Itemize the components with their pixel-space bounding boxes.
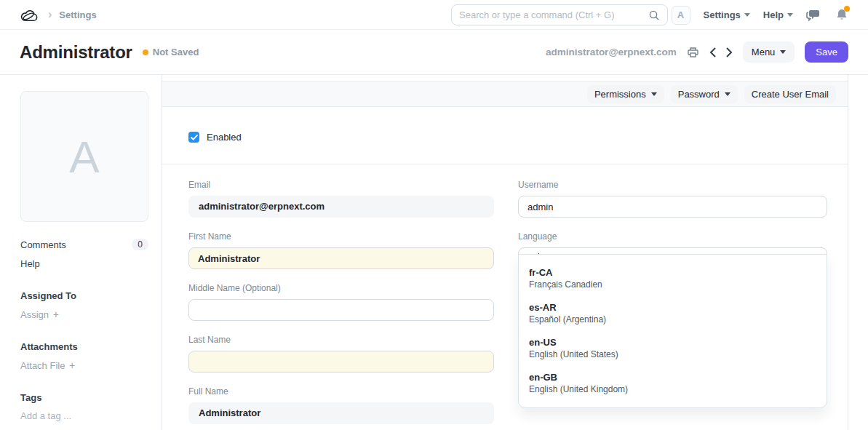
search-icon — [648, 9, 660, 21]
language-option-code: en-US — [529, 337, 816, 348]
language-option[interactable]: es-AR Español (Argentina) — [519, 295, 827, 330]
middle-name-input[interactable] — [188, 299, 494, 321]
document-email: administrator@erpnext.com — [546, 47, 677, 57]
chevron-down-icon — [725, 92, 730, 96]
attach-file-label: Attach File — [20, 360, 65, 371]
chevron-down-icon — [780, 50, 786, 54]
document-avatar[interactable]: A — [20, 91, 148, 222]
add-tag-input[interactable]: Add a tag ... — [20, 410, 148, 421]
middle-name-field: Middle Name (Optional) — [188, 283, 494, 321]
tags-section: Tags Add a tag ... — [20, 392, 148, 421]
print-icon[interactable] — [687, 47, 699, 58]
assigned-to-section: Assigned To Assign + — [20, 290, 148, 320]
full-name-label: Full Name — [188, 386, 494, 397]
enabled-checkbox[interactable] — [188, 132, 199, 143]
first-name-field: First Name — [188, 231, 494, 269]
breadcrumb-chevron-icon: › — [48, 8, 52, 21]
plus-icon: + — [69, 359, 75, 371]
language-label: Language — [518, 231, 827, 242]
search-input[interactable] — [459, 9, 648, 20]
email-label: Email — [188, 180, 494, 190]
create-user-email-button[interactable]: Create User Email — [744, 85, 836, 103]
language-option-name: Français Canadien — [529, 279, 816, 290]
save-button[interactable]: Save — [805, 41, 848, 63]
comments-label: Comments — [20, 239, 66, 250]
chevron-down-icon — [651, 92, 657, 96]
language-option-code: es-AR — [529, 302, 816, 313]
full-name-field: Full Name Administrator — [188, 386, 494, 424]
first-name-label: First Name — [188, 231, 494, 242]
attach-file-button[interactable]: Attach File + — [20, 359, 148, 371]
username-field: Username — [518, 180, 827, 218]
attachments-heading: Attachments — [20, 341, 148, 352]
full-name-value: Administrator — [188, 402, 494, 424]
app-logo-cloud-icon[interactable] — [20, 7, 38, 23]
last-name-field: Last Name — [188, 335, 494, 373]
chevron-down-icon — [744, 13, 750, 17]
form-column-right: Username Language en → fr-CA Français Ca… — [518, 180, 827, 283]
next-document-icon[interactable] — [726, 47, 733, 57]
menu-button[interactable]: Menu — [743, 41, 795, 63]
email-value: administrator@erpnext.com — [188, 196, 494, 218]
tags-heading: Tags — [20, 392, 148, 403]
first-name-input[interactable] — [188, 247, 494, 269]
form-toolbar: Permissions Password Create User Email — [162, 81, 848, 107]
password-label: Password — [678, 89, 720, 100]
save-status-indicator: Not Saved — [143, 47, 199, 57]
notification-dot — [844, 6, 850, 12]
comments-count-badge: 0 — [132, 239, 148, 250]
form-sidebar: A Comments 0 Help Assigned To Assign + A… — [0, 75, 162, 430]
last-name-input[interactable] — [188, 351, 494, 373]
middle-name-label: Middle Name (Optional) — [188, 283, 494, 293]
attachments-section: Attachments Attach File + — [20, 341, 148, 371]
help-label: Help — [20, 258, 40, 269]
plus-icon: + — [53, 308, 59, 320]
settings-menu-label: Settings — [704, 9, 741, 20]
language-option-name: Español (Argentina) — [529, 314, 816, 325]
username-input[interactable] — [518, 196, 827, 218]
permissions-button[interactable]: Permissions — [587, 85, 664, 103]
language-option[interactable]: en-GB English (United Kingdom) — [519, 365, 827, 400]
form-main-area: Permissions Password Create User Email E… — [162, 75, 848, 430]
sidebar-item-comments[interactable]: Comments 0 — [20, 239, 148, 250]
chevron-down-icon — [787, 13, 793, 17]
status-dot-icon — [143, 49, 148, 55]
language-option-code: fr-CA — [529, 267, 816, 278]
breadcrumb[interactable]: Settings — [59, 9, 96, 20]
global-search[interactable] — [451, 4, 668, 25]
username-label: Username — [518, 180, 827, 190]
navbar: › Settings A Settings Help — [0, 0, 868, 30]
assign-label: Assign — [20, 309, 49, 320]
assign-button[interactable]: Assign + — [20, 308, 148, 320]
sidebar-item-help[interactable]: Help — [20, 258, 148, 269]
language-option-code: en-GB — [529, 372, 816, 383]
language-option-name: English (United States) — [529, 349, 816, 359]
help-menu[interactable]: Help — [763, 9, 793, 20]
last-name-label: Last Name — [188, 335, 494, 345]
help-menu-label: Help — [763, 9, 784, 20]
notifications-bell-icon[interactable] — [835, 8, 848, 22]
enabled-label: Enabled — [207, 132, 242, 143]
password-button[interactable]: Password — [671, 85, 738, 103]
language-dropdown: fr-CA Français Canadien es-AR Español (A… — [518, 254, 827, 408]
form-fields-grid: Email administrator@erpnext.com First Na… — [162, 164, 848, 430]
language-option-name: English (United Kingdom) — [529, 384, 816, 394]
menu-button-label: Menu — [752, 47, 776, 57]
settings-menu[interactable]: Settings — [704, 9, 750, 20]
page-title: Administrator — [20, 42, 132, 63]
page-header: Administrator Not Saved administrator@er… — [0, 30, 868, 75]
chat-button[interactable] — [806, 9, 822, 22]
previous-document-icon[interactable] — [709, 47, 716, 57]
language-option[interactable]: en-US English (United States) — [519, 330, 827, 365]
enabled-section: Enabled — [162, 107, 848, 164]
permissions-label: Permissions — [594, 89, 646, 100]
user-avatar[interactable]: A — [672, 6, 690, 25]
language-field: Language en → fr-CA Français Canadien es… — [518, 231, 827, 269]
status-text: Not Saved — [153, 47, 199, 57]
form-column-left: Email administrator@erpnext.com First Na… — [188, 180, 494, 430]
language-option[interactable]: fr-CA Français Canadien — [519, 260, 827, 295]
assigned-to-heading: Assigned To — [20, 290, 148, 301]
email-field: Email administrator@erpnext.com — [188, 180, 494, 218]
